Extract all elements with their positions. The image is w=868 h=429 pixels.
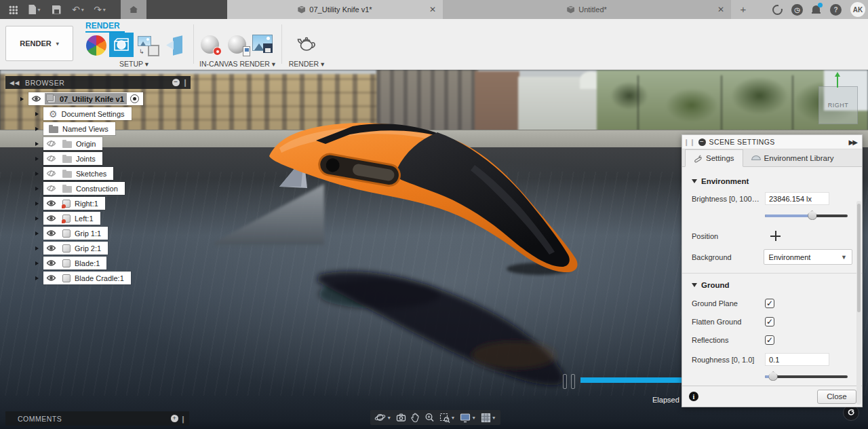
- slider-thumb[interactable]: [768, 371, 778, 381]
- browser-row[interactable]: Blade Cradle:1: [5, 272, 191, 284]
- browser-row[interactable]: Construction: [5, 182, 191, 195]
- undo-icon[interactable]: ↶▾: [72, 3, 84, 16]
- scene-settings-icon-active[interactable]: [109, 33, 134, 57]
- appearance-icon[interactable]: [86, 35, 106, 56]
- visibility-eye-icon[interactable]: [46, 259, 56, 267]
- grid-layout-tool[interactable]: ▼: [481, 413, 496, 423]
- decal-icon[interactable]: [166, 37, 185, 56]
- group-label-in-canvas-render[interactable]: IN-CANVAS RENDER ▾: [196, 60, 279, 68]
- panel-grip-icon[interactable]: ❙: [182, 78, 189, 87]
- render-quality-icon[interactable]: [228, 35, 246, 54]
- document-tab-active[interactable]: 07_Utility Knife v1* ✕: [227, 0, 443, 19]
- browser-row[interactable]: Left:1: [5, 212, 191, 225]
- brightness-input[interactable]: 23846.154 lx: [765, 192, 829, 205]
- reflections-checkbox[interactable]: ✓: [765, 335, 774, 345]
- render-teapot-icon[interactable]: [296, 34, 317, 56]
- browser-row[interactable]: Sketches: [5, 167, 191, 180]
- viewcube-face-label[interactable]: RIGHT: [828, 102, 849, 109]
- extensions-icon[interactable]: [772, 5, 783, 15]
- roughness-slider[interactable]: [765, 371, 848, 382]
- browser-row[interactable]: Document Settings: [5, 107, 191, 120]
- app-grid-icon[interactable]: [7, 3, 19, 16]
- visibility-eye-icon[interactable]: [46, 200, 56, 207]
- section-collapse-icon[interactable]: [692, 283, 697, 290]
- activate-component-radio[interactable]: [130, 94, 139, 103]
- expand-caret-icon[interactable]: [35, 127, 41, 131]
- visibility-eye-icon[interactable]: [46, 229, 56, 237]
- close-button[interactable]: Close: [817, 390, 856, 404]
- expand-caret-icon[interactable]: [35, 246, 41, 250]
- collapse-panel-icon[interactable]: ◀◀: [9, 79, 20, 86]
- tab-settings[interactable]: Settings: [685, 149, 743, 167]
- position-move-icon[interactable]: [770, 231, 781, 241]
- comments-bar[interactable]: COMMENTS + ❙: [5, 411, 189, 426]
- scene-settings-header[interactable]: ❙❙ − SCENE SETTINGS ▶▶: [682, 135, 862, 149]
- expand-right-icon[interactable]: ▶▶: [849, 138, 856, 146]
- browser-row[interactable]: Origin: [5, 137, 191, 150]
- redo-icon[interactable]: ↷▾: [94, 3, 106, 16]
- look-at-tool[interactable]: [396, 413, 406, 422]
- workspace-selector-button[interactable]: RENDER▾: [5, 26, 73, 61]
- render-pause-button[interactable]: [563, 374, 575, 389]
- file-menu-icon[interactable]: ▾: [28, 3, 41, 16]
- close-tab-icon[interactable]: ✕: [429, 5, 436, 14]
- visibility-eye-icon[interactable]: [46, 185, 56, 192]
- viewcube[interactable]: RIGHT: [818, 86, 858, 124]
- notifications-bell-icon[interactable]: [812, 5, 821, 15]
- expand-caret-icon[interactable]: [35, 261, 41, 265]
- visibility-eye-icon[interactable]: [46, 244, 56, 252]
- minimize-panel-icon[interactable]: −: [172, 79, 180, 86]
- info-icon[interactable]: i: [689, 392, 698, 401]
- visibility-eye-icon[interactable]: [46, 274, 56, 282]
- help-icon[interactable]: ?: [830, 4, 842, 16]
- browser-row[interactable]: Right:1: [5, 197, 191, 210]
- ribbon-context-tab-label[interactable]: RENDER: [85, 21, 120, 31]
- texture-map-controls-icon[interactable]: ↳: [138, 36, 159, 56]
- minimize-panel-icon[interactable]: −: [698, 138, 706, 146]
- expand-caret-icon[interactable]: [35, 231, 41, 236]
- save-icon[interactable]: [50, 3, 62, 16]
- browser-row[interactable]: Grip 2:1: [5, 242, 191, 255]
- section-ground[interactable]: Ground: [692, 280, 852, 290]
- expand-caret-icon[interactable]: [35, 202, 41, 206]
- visibility-eye-icon[interactable]: [31, 95, 41, 102]
- background-dropdown[interactable]: Environment▼: [764, 249, 852, 265]
- document-tab-inactive[interactable]: Untitled* ✕: [443, 0, 731, 19]
- expand-caret-icon[interactable]: [35, 217, 41, 221]
- new-tab-button[interactable]: +: [737, 3, 749, 16]
- visibility-eye-icon[interactable]: [46, 140, 56, 147]
- flatten-ground-checkbox[interactable]: ✓: [765, 317, 774, 327]
- group-label-setup[interactable]: SETUP ▾: [95, 60, 173, 68]
- browser-row[interactable]: 07_Utility Knife v1: [5, 92, 191, 105]
- home-tab[interactable]: [121, 0, 146, 19]
- panel-grip-icon[interactable]: ❙: [180, 415, 186, 423]
- pan-tool[interactable]: [410, 413, 420, 423]
- visibility-eye-icon[interactable]: [46, 155, 56, 162]
- group-label-render[interactable]: RENDER ▾: [285, 60, 328, 68]
- section-environment[interactable]: Environment: [692, 176, 852, 186]
- display-settings-tool[interactable]: ▼: [460, 413, 476, 423]
- roughness-input[interactable]: 0.1: [765, 353, 829, 366]
- browser-row[interactable]: Named Views: [5, 122, 191, 135]
- brightness-slider[interactable]: [765, 210, 848, 221]
- job-status-icon[interactable]: ◷: [791, 4, 803, 16]
- close-tab-icon[interactable]: ✕: [717, 5, 724, 14]
- add-comment-icon[interactable]: +: [171, 415, 178, 422]
- section-collapse-icon[interactable]: [692, 179, 697, 186]
- expand-caret-icon[interactable]: [35, 187, 41, 191]
- panel-scrollbar[interactable]: [856, 201, 861, 405]
- expand-caret-icon[interactable]: [35, 157, 41, 161]
- expand-caret-icon[interactable]: [35, 172, 41, 176]
- expand-caret-icon[interactable]: [35, 112, 41, 116]
- expand-caret-icon[interactable]: [35, 276, 41, 280]
- expand-caret-icon[interactable]: [20, 97, 26, 101]
- in-canvas-render-icon[interactable]: [201, 35, 219, 54]
- expand-caret-icon[interactable]: [35, 142, 41, 146]
- visibility-eye-icon[interactable]: [46, 170, 56, 177]
- panel-drag-handle[interactable]: ❙❙: [684, 138, 696, 146]
- browser-row[interactable]: Blade:1: [5, 257, 191, 269]
- zoom-tool[interactable]: [425, 413, 435, 423]
- tab-environment-library[interactable]: Environment Library: [743, 149, 842, 166]
- orbit-tool[interactable]: ▼: [374, 412, 391, 423]
- ground-plane-checkbox[interactable]: ✓: [765, 299, 774, 308]
